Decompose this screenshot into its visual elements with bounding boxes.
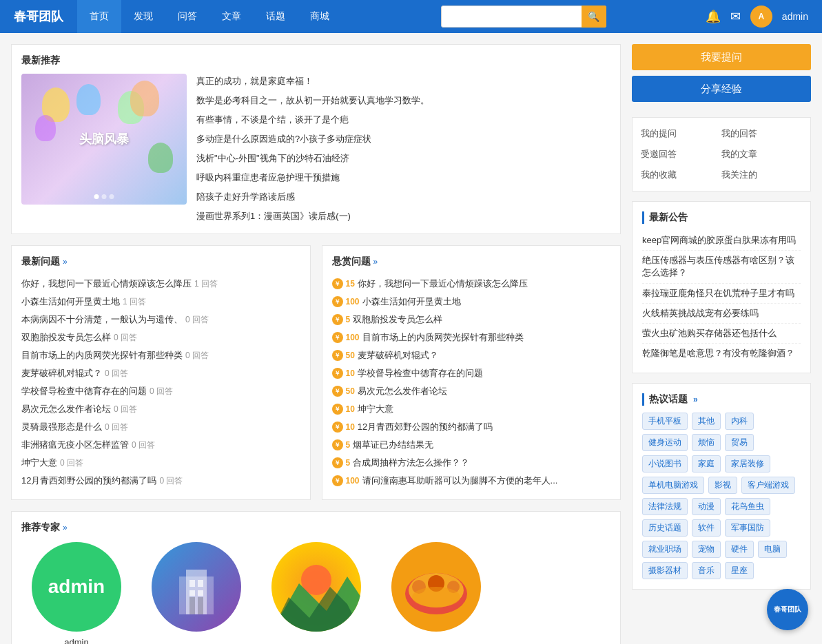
announcement-item-0[interactable]: keep官网商城的胶原蛋白肽果冻有用吗 bbox=[642, 231, 801, 251]
lq-item-0[interactable]: 你好，我想问一下最近心情烦躁该怎么降压 1 回答 bbox=[21, 275, 300, 293]
expert-card-1[interactable] bbox=[141, 542, 251, 644]
tag-10[interactable]: 影视 bbox=[708, 477, 737, 494]
recommend-item-0[interactable]: 真正的成功，就是家庭幸福！ bbox=[196, 74, 610, 89]
recommend-item-2[interactable]: 有些事情，不谈是个结，谈开了是个疤 bbox=[196, 112, 610, 127]
bq-item-6[interactable]: ￥ 50 易次元怎么发作者论坛 bbox=[332, 382, 611, 400]
bq-item-0[interactable]: ￥ 15 你好，我想问一下最近心情烦躁该怎么降压 bbox=[332, 275, 611, 293]
user-link-my-articles[interactable]: 我的文章 bbox=[721, 147, 802, 162]
lq-item-4[interactable]: 目前市场上的内质网荧光探针有那些种类 0 回答 bbox=[21, 346, 300, 364]
bq-item-9[interactable]: ￥ 5 烟草证已办结结果无 bbox=[332, 436, 611, 454]
sidebar-column: 我要提问 分享经验 我的提问 我的回答 受邀回答 我的文章 我的收藏 我关注的 … bbox=[632, 44, 811, 644]
recommend-item-4[interactable]: 浅析"中心-外围"视角下的沙特石油经济 bbox=[196, 151, 610, 166]
expert-card-2[interactable] bbox=[261, 542, 371, 644]
bq-item-10[interactable]: ￥ 5 合成周抽样方法怎么操作？？ bbox=[332, 454, 611, 472]
user-link-invited-answers[interactable]: 受邀回答 bbox=[641, 147, 721, 162]
nav-article[interactable]: 文章 bbox=[209, 0, 254, 33]
notification-icon[interactable]: 🔔 bbox=[706, 9, 721, 24]
tag-14[interactable]: 花鸟鱼虫 bbox=[725, 498, 770, 515]
nav-discover[interactable]: 发现 bbox=[121, 0, 165, 33]
tag-2[interactable]: 内科 bbox=[725, 413, 754, 430]
expert-card-3[interactable] bbox=[381, 542, 491, 644]
user-link-my-answers[interactable]: 我的回答 bbox=[721, 126, 802, 141]
experts-grid: admin admin bbox=[21, 542, 610, 644]
tag-23[interactable]: 音乐 bbox=[692, 562, 721, 579]
announcement-item-3[interactable]: 火线精英挑战战宠有必要练吗 bbox=[642, 304, 801, 324]
bq-item-8[interactable]: ￥ 10 12月青西郊野公园的预约都满了吗 bbox=[332, 418, 611, 436]
latest-questions-more[interactable]: » bbox=[63, 257, 68, 267]
dot-2[interactable] bbox=[102, 194, 107, 199]
nav-qa[interactable]: 问答 bbox=[165, 0, 209, 33]
recommend-item-1[interactable]: 数学是必考科目之一，故从初一开始就要认真地学习数学。 bbox=[196, 93, 610, 108]
tag-8[interactable]: 家居装修 bbox=[725, 455, 770, 472]
lq-item-7[interactable]: 易次元怎么发作者论坛 0 回答 bbox=[21, 400, 300, 418]
tag-11[interactable]: 客户端游戏 bbox=[741, 477, 795, 494]
lq-item-5[interactable]: 麦芽破碎机对辊式？ 0 回答 bbox=[21, 364, 300, 382]
tag-19[interactable]: 宠物 bbox=[692, 541, 721, 558]
nav-shop[interactable]: 商城 bbox=[298, 0, 342, 33]
mail-icon[interactable]: ✉ bbox=[730, 9, 741, 24]
tag-12[interactable]: 法律法规 bbox=[642, 498, 688, 515]
username[interactable]: admin bbox=[782, 11, 808, 22]
announcement-item-4[interactable]: 萤火虫矿池购买存储器还包括什么 bbox=[642, 324, 801, 344]
announcement-item-1[interactable]: 绝压传感器与表压传感器有啥区别？该怎么选择？ bbox=[642, 251, 801, 283]
tag-5[interactable]: 贸易 bbox=[725, 434, 754, 451]
tag-15[interactable]: 历史话题 bbox=[642, 519, 688, 537]
search-button[interactable]: 🔍 bbox=[582, 6, 606, 28]
tag-9[interactable]: 单机电脑游戏 bbox=[642, 477, 704, 494]
avatar[interactable]: A bbox=[750, 6, 772, 28]
lq-item-9[interactable]: 非洲猪瘟无疫小区怎样监管 0 回答 bbox=[21, 436, 300, 454]
dot-1[interactable] bbox=[94, 194, 99, 199]
brand[interactable]: 春哥团队 bbox=[14, 8, 63, 25]
tag-7[interactable]: 家庭 bbox=[692, 455, 721, 472]
share-experience-button[interactable]: 分享经验 bbox=[632, 76, 811, 102]
tag-24[interactable]: 星座 bbox=[725, 562, 754, 579]
lq-item-11[interactable]: 12月青西郊野公园的预约都满了吗 0 回答 bbox=[21, 472, 300, 490]
tag-21[interactable]: 电脑 bbox=[758, 541, 787, 558]
recommend-item-3[interactable]: 多动症是什么原因造成的?小孩子多动症症状 bbox=[196, 132, 610, 147]
recommend-item-5[interactable]: 呼吸内科重症患者应急护理干预措施 bbox=[196, 170, 610, 185]
user-link-my-questions[interactable]: 我的提问 bbox=[641, 126, 721, 141]
bq-item-4[interactable]: ￥ 50 麦芽破碎机对辊式？ bbox=[332, 346, 611, 364]
tag-1[interactable]: 其他 bbox=[692, 413, 721, 430]
tag-20[interactable]: 硬件 bbox=[725, 541, 754, 558]
recommend-image-label: 头脑风暴 bbox=[79, 131, 129, 147]
user-link-my-favorites[interactable]: 我的收藏 bbox=[641, 167, 721, 183]
bq-item-5[interactable]: ￥ 10 学校督导检查中德育存在的问题 bbox=[332, 364, 611, 382]
announcement-item-2[interactable]: 泰拉瑞亚鹿角怪只在饥荒种子里才有吗 bbox=[642, 284, 801, 304]
recommend-item-6[interactable]: 陪孩子走好升学路读后感 bbox=[196, 189, 610, 205]
latest-questions-header: 最新问题 » bbox=[21, 256, 300, 268]
lq-item-1[interactable]: 小森生活如何开垦黄土地 1 回答 bbox=[21, 293, 300, 311]
float-logo[interactable]: 春哥团队 bbox=[767, 589, 808, 630]
lq-item-2[interactable]: 本病病因不十分清楚，一般认为与遗传、 0 回答 bbox=[21, 311, 300, 329]
announcement-item-5[interactable]: 乾隆御笔是啥意思？有没有乾隆御酒？ bbox=[642, 344, 801, 363]
nav-topic[interactable]: 话题 bbox=[254, 0, 298, 33]
bounty-questions-more[interactable]: » bbox=[373, 257, 378, 267]
bq-item-1[interactable]: ￥ 100 小森生活如何开垦黄土地 bbox=[332, 293, 611, 311]
tag-6[interactable]: 小说图书 bbox=[642, 455, 688, 472]
tag-18[interactable]: 就业职场 bbox=[642, 541, 688, 558]
tag-3[interactable]: 健身运动 bbox=[642, 434, 688, 451]
experts-more[interactable]: » bbox=[63, 523, 68, 532]
ask-question-button[interactable]: 我要提问 bbox=[632, 44, 811, 70]
tag-4[interactable]: 烦恼 bbox=[692, 434, 721, 451]
user-link-following[interactable]: 我关注的 bbox=[721, 167, 802, 183]
dot-3[interactable] bbox=[110, 194, 114, 199]
tag-22[interactable]: 摄影器材 bbox=[642, 562, 688, 579]
hot-topics-more[interactable]: » bbox=[693, 395, 698, 404]
lq-item-6[interactable]: 学校督导检查中德育存在的问题 0 回答 bbox=[21, 382, 300, 400]
tag-0[interactable]: 手机平板 bbox=[642, 413, 688, 430]
nav-home[interactable]: 首页 bbox=[77, 0, 121, 33]
bq-item-3[interactable]: ￥ 100 目前市场上的内质网荧光探针有那些种类 bbox=[332, 329, 611, 346]
lq-item-3[interactable]: 双胞胎投发专员怎么样 0 回答 bbox=[21, 329, 300, 346]
tag-13[interactable]: 动漫 bbox=[692, 498, 721, 515]
bq-item-7[interactable]: ￥ 10 坤宁大意 bbox=[332, 400, 611, 418]
lq-item-8[interactable]: 灵骑最强形态是什么 0 回答 bbox=[21, 418, 300, 436]
expert-card-0[interactable]: admin admin bbox=[21, 542, 132, 644]
tag-17[interactable]: 军事国防 bbox=[725, 519, 770, 537]
bounty-coin-7: ￥ bbox=[332, 404, 343, 415]
bq-item-11[interactable]: ￥ 100 请问潼南惠耳助听器可以为腿脚不方便的老年人... bbox=[332, 472, 611, 490]
tag-16[interactable]: 软件 bbox=[692, 519, 721, 537]
bq-item-2[interactable]: ￥ 5 双胞胎投发专员怎么样 bbox=[332, 311, 611, 329]
lq-item-10[interactable]: 坤宁大意 0 回答 bbox=[21, 454, 300, 472]
recommend-item-7[interactable]: 漫画世界系列1：漫画英国》读后感(一) bbox=[196, 209, 610, 224]
